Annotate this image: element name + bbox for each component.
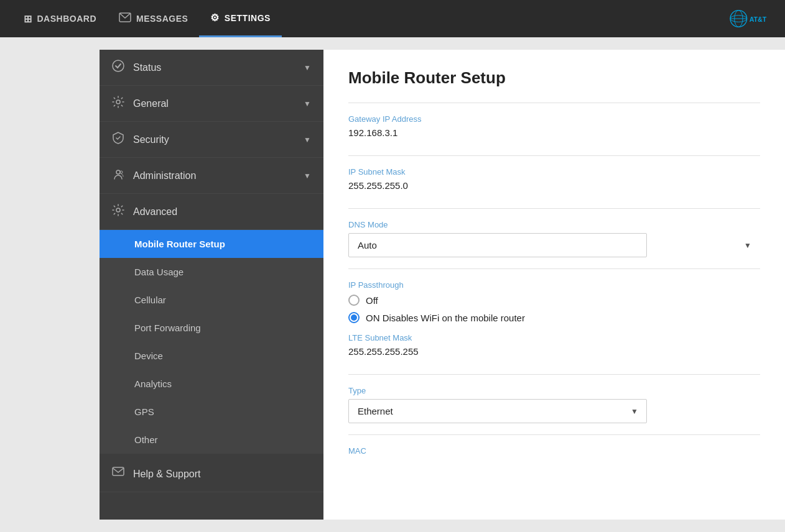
radio-label-off: Off <box>366 295 378 306</box>
ip-subnet-value: 255.255.255.0 <box>348 180 760 197</box>
general-chevron: ▼ <box>304 99 311 108</box>
general-label: General <box>133 98 295 109</box>
type-label: Type <box>348 386 760 395</box>
ip-passthrough-section: IP Passthrough Off ON Disables WiFi on t… <box>348 280 760 323</box>
sidebar-subitem-mobile-router-setup[interactable]: Mobile Router Setup <box>100 230 323 258</box>
type-select[interactable]: Ethernet WiFi <box>348 399 647 423</box>
page-title: Mobile Router Setup <box>348 68 760 88</box>
advanced-icon <box>112 204 124 219</box>
sidebar-subitem-data-usage[interactable]: Data Usage <box>100 258 323 286</box>
sidebar-subitem-device[interactable]: Device <box>100 342 323 370</box>
sidebar-subitem-other[interactable]: Other <box>100 426 323 454</box>
radio-label-on: ON Disables WiFi on the mobile router <box>366 313 525 323</box>
administration-icon <box>112 168 124 183</box>
dashboard-icon: ⊞ <box>24 13 32 25</box>
lte-subnet-value: 255.255.255.255 <box>348 346 760 363</box>
help-support-icon <box>112 466 124 482</box>
radio-circle-on <box>348 312 360 323</box>
subitem-other-label: Other <box>134 434 158 445</box>
title-divider <box>348 103 760 103</box>
divider-5 <box>348 434 760 435</box>
security-chevron: ▼ <box>304 135 311 144</box>
mac-label: MAC <box>348 446 760 456</box>
administration-label: Administration <box>133 170 295 181</box>
mac-section: MAC <box>348 446 760 456</box>
divider-1 <box>348 155 760 156</box>
sidebar: Status ▼ General ▼ Security ▼ <box>100 50 323 520</box>
radio-circle-off <box>348 295 360 306</box>
sidebar-item-security[interactable]: Security ▼ <box>100 122 323 158</box>
lte-subnet-label: LTE Subnet Mask <box>348 333 760 342</box>
radio-option-on[interactable]: ON Disables WiFi on the mobile router <box>348 312 760 323</box>
subitem-data-usage-label: Data Usage <box>134 267 183 277</box>
sidebar-subitem-analytics[interactable]: Analytics <box>100 370 323 398</box>
content-area: Mobile Router Setup Gateway IP Address 1… <box>323 50 785 520</box>
nav-settings-label: SETTINGS <box>225 13 271 23</box>
nav-messages[interactable]: MESSAGES <box>108 0 199 37</box>
att-logo: AT&T <box>723 6 773 31</box>
ip-subnet-label: IP Subnet Mask <box>348 167 760 177</box>
divider-3 <box>348 268 760 269</box>
nav-dashboard-label: DASHBOARD <box>37 14 97 24</box>
radio-option-off[interactable]: Off <box>348 295 760 306</box>
general-icon <box>112 96 124 111</box>
subitem-mobile-router-setup-label: Mobile Router Setup <box>134 239 225 249</box>
ip-passthrough-label: IP Passthrough <box>348 280 760 290</box>
svg-point-6 <box>113 60 124 71</box>
subitem-cellular-label: Cellular <box>134 295 166 305</box>
gateway-ip-value: 192.168.3.1 <box>348 127 760 144</box>
sidebar-subitem-port-forwarding[interactable]: Port Forwarding <box>100 314 323 342</box>
svg-point-8 <box>116 170 120 174</box>
advanced-label: Advanced <box>133 206 311 218</box>
nav-settings[interactable]: ⚙ SETTINGS <box>199 0 282 37</box>
status-label: Status <box>133 62 295 73</box>
dns-mode-dropdown-container: Auto Manual ▼ <box>348 233 760 257</box>
dns-mode-select[interactable]: Auto Manual <box>348 233 647 257</box>
sidebar-item-help-support[interactable]: Help & Support <box>100 456 323 492</box>
status-chevron: ▼ <box>304 63 311 72</box>
gateway-ip-section: Gateway IP Address 192.168.3.1 <box>348 114 760 144</box>
nav-dashboard[interactable]: ⊞ DASHBOARD <box>12 0 108 37</box>
subitem-port-forwarding-label: Port Forwarding <box>134 323 201 333</box>
ip-passthrough-radio-group: Off ON Disables WiFi on the mobile route… <box>348 295 760 323</box>
svg-point-7 <box>116 100 120 104</box>
svg-rect-11 <box>113 467 124 475</box>
divider-4 <box>348 374 760 375</box>
dns-mode-chevron-icon: ▼ <box>744 241 751 250</box>
nav-messages-label: MESSAGES <box>136 14 188 24</box>
subitem-device-label: Device <box>134 351 163 361</box>
top-navigation: ⊞ DASHBOARD MESSAGES ⚙ SETTINGS AT&T <box>0 0 785 37</box>
sidebar-subitem-cellular[interactable]: Cellular <box>100 286 323 314</box>
lte-subnet-section: LTE Subnet Mask 255.255.255.255 <box>348 333 760 363</box>
svg-point-10 <box>116 208 120 212</box>
type-section: Type Ethernet WiFi ▼ <box>348 386 760 423</box>
sidebar-item-status[interactable]: Status ▼ <box>100 50 323 86</box>
settings-icon: ⚙ <box>210 12 220 24</box>
gateway-ip-label: Gateway IP Address <box>348 114 760 124</box>
sidebar-item-advanced[interactable]: Advanced <box>100 194 323 230</box>
status-icon <box>112 60 124 75</box>
type-dropdown-container: Ethernet WiFi ▼ <box>348 399 647 423</box>
sidebar-subitem-gps[interactable]: GPS <box>100 398 323 426</box>
messages-icon <box>119 12 131 25</box>
sidebar-item-administration[interactable]: Administration ▼ <box>100 158 323 194</box>
ip-subnet-section: IP Subnet Mask 255.255.255.0 <box>348 167 760 197</box>
main-layout: Status ▼ General ▼ Security ▼ <box>0 37 785 532</box>
security-icon <box>112 132 124 147</box>
help-support-label: Help & Support <box>133 469 311 480</box>
sidebar-item-general[interactable]: General ▼ <box>100 86 323 122</box>
divider-2 <box>348 208 760 209</box>
subitem-gps-label: GPS <box>134 406 154 417</box>
security-label: Security <box>133 134 295 145</box>
svg-text:AT&T: AT&T <box>750 16 767 23</box>
dns-mode-label: DNS Mode <box>348 220 760 229</box>
subitem-analytics-label: Analytics <box>134 378 172 389</box>
administration-chevron: ▼ <box>304 172 311 180</box>
dns-mode-section: DNS Mode Auto Manual ▼ <box>348 220 760 257</box>
